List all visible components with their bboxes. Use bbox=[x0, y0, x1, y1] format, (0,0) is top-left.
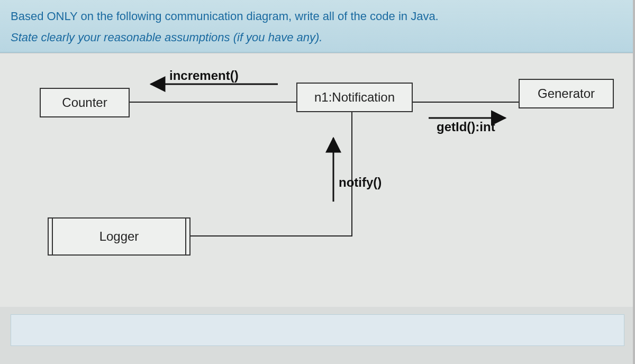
message-increment-label: increment() bbox=[169, 68, 239, 83]
node-notification-label: n1:Notification bbox=[314, 90, 395, 104]
diagram-canvas: Counter n1:Notification Generator Logger… bbox=[0, 53, 635, 307]
answer-input-area[interactable] bbox=[11, 314, 624, 346]
node-logger-label: Logger bbox=[99, 229, 139, 243]
node-generator: Generator bbox=[519, 79, 614, 108]
node-counter: Counter bbox=[40, 88, 130, 117]
node-generator-label: Generator bbox=[538, 86, 595, 101]
message-notify-label: notify() bbox=[339, 175, 382, 190]
question-text-line1: Based ONLY on the following communicatio… bbox=[11, 10, 624, 23]
window-frame-right bbox=[633, 0, 635, 364]
question-header: Based ONLY on the following communicatio… bbox=[0, 0, 635, 53]
question-text-line2: State clearly your reasonable assumption… bbox=[11, 31, 624, 44]
node-notification: n1:Notification bbox=[296, 83, 413, 112]
node-counter-label: Counter bbox=[62, 95, 107, 110]
message-getid-label: getId():int bbox=[437, 120, 495, 134]
node-logger: Logger bbox=[48, 217, 190, 256]
